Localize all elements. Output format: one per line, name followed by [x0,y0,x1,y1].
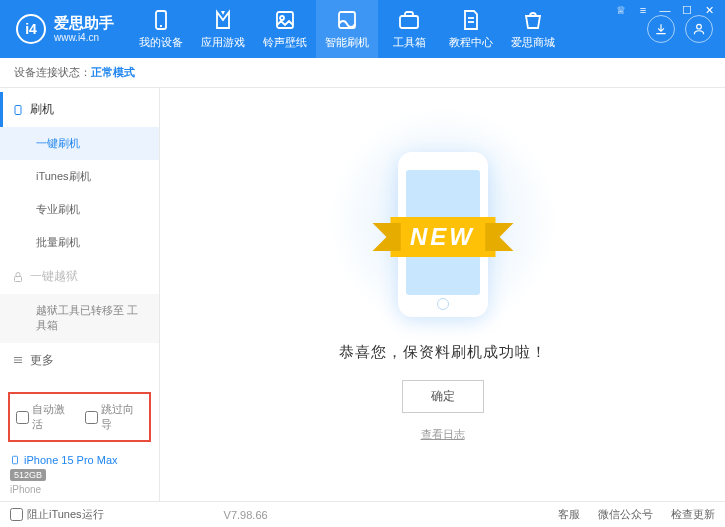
nav-label: 教程中心 [449,35,493,50]
view-log-link[interactable]: 查看日志 [421,427,465,442]
nav-icon [397,8,421,32]
footer-link-2[interactable]: 检查更新 [671,507,715,522]
app-title: 爱思助手 [54,15,114,32]
svg-point-8 [697,24,702,29]
footer-link-0[interactable]: 客服 [558,507,580,522]
options-highlight-box: 自动激活 跳过向导 [8,392,151,442]
nav-label: 工具箱 [393,35,426,50]
new-ribbon: NEW [390,217,495,257]
jailbreak-note: 越狱工具已转移至 工具箱 [0,294,159,343]
crown-icon[interactable]: ♕ [613,4,629,17]
success-message: 恭喜您，保资料刷机成功啦！ [339,343,547,362]
nav-label: 爱思商城 [511,35,555,50]
svg-rect-14 [13,456,18,464]
checkbox-skip-guide[interactable]: 跳过向导 [85,402,144,432]
sidebar-head-more[interactable]: 更多 [0,343,159,378]
download-button[interactable] [647,15,675,43]
nav-tab-3[interactable]: 智能刷机 [316,0,378,58]
logo[interactable]: i4 爱思助手 www.i4.cn [0,14,130,44]
main-content: NEW 恭喜您，保资料刷机成功啦！ 确定 查看日志 [160,88,725,501]
status-bar: 设备连接状态： 正常模式 [0,58,725,88]
status-label: 设备连接状态： [14,65,91,80]
sidebar-head-flash[interactable]: 刷机 [0,92,159,127]
nav-tab-5[interactable]: 教程中心 [440,0,502,58]
device-name[interactable]: iPhone 15 Pro Max [10,454,149,466]
app-subtitle: www.i4.cn [54,32,114,43]
checkbox-block-itunes[interactable]: 阻止iTunes运行 [10,507,104,522]
svg-rect-10 [15,276,22,281]
checkbox-auto-activate[interactable]: 自动激活 [16,402,75,432]
sidebar-item-flash-1[interactable]: iTunes刷机 [0,160,159,193]
status-mode: 正常模式 [91,65,135,80]
maximize-icon[interactable]: ☐ [679,4,695,17]
device-info: iPhone 15 Pro Max 512GB iPhone [0,446,159,501]
confirm-button[interactable]: 确定 [402,380,484,413]
success-illustration: NEW [323,137,563,327]
device-type: iPhone [10,484,149,495]
sidebar-item-flash-3[interactable]: 批量刷机 [0,226,159,259]
close-icon[interactable]: ✕ [701,4,717,17]
nav-tab-1[interactable]: 应用游戏 [192,0,254,58]
nav-tab-2[interactable]: 铃声壁纸 [254,0,316,58]
nav-tab-6[interactable]: 爱思商城 [502,0,564,58]
nav-label: 应用游戏 [201,35,245,50]
nav-icon [459,8,483,32]
nav-tab-4[interactable]: 工具箱 [378,0,440,58]
svg-rect-5 [400,16,418,28]
sidebar-item-flash-0[interactable]: 一键刷机 [0,127,159,160]
footer: 阻止iTunes运行 V7.98.66 客服微信公众号检查更新 [0,501,725,527]
nav-icon [149,8,173,32]
menu-icon[interactable]: ≡ [635,4,651,17]
sidebar-item-flash-2[interactable]: 专业刷机 [0,193,159,226]
sidebar-head-jailbreak[interactable]: 一键越狱 [0,259,159,294]
footer-link-1[interactable]: 微信公众号 [598,507,653,522]
svg-point-3 [280,16,284,20]
nav-tab-0[interactable]: 我的设备 [130,0,192,58]
logo-icon: i4 [16,14,46,44]
device-storage: 512GB [10,469,46,481]
nav-label: 铃声壁纸 [263,35,307,50]
nav-label: 我的设备 [139,35,183,50]
minimize-icon[interactable]: — [657,4,673,17]
svg-rect-9 [15,105,21,114]
version-label: V7.98.66 [224,509,268,521]
sidebar: 刷机 一键刷机iTunes刷机专业刷机批量刷机 一键越狱 越狱工具已转移至 工具… [0,88,160,501]
nav-icon [211,8,235,32]
nav-icon [273,8,297,32]
nav-icon [335,8,359,32]
sidebar-item-more-0[interactable]: 其他工具 [0,378,159,388]
nav-label: 智能刷机 [325,35,369,50]
user-button[interactable] [685,15,713,43]
nav-icon [521,8,545,32]
